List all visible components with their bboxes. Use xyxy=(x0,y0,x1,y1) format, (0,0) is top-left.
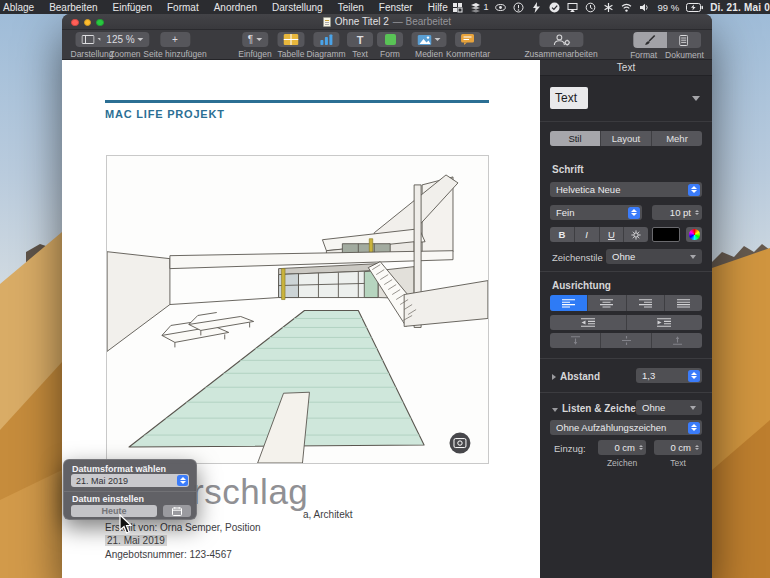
stepper-icon[interactable] xyxy=(688,370,700,382)
stepper-icon[interactable] xyxy=(628,207,640,219)
align-center-button[interactable] xyxy=(587,295,625,311)
comment-button[interactable] xyxy=(455,32,481,47)
collaborate-button[interactable] xyxy=(539,32,583,47)
menubar-clock[interactable]: Di. 21. Mai 0 xyxy=(710,2,770,13)
align-justify-button[interactable] xyxy=(664,295,702,311)
paragraph-style-row[interactable]: Text xyxy=(540,76,712,122)
insert-button[interactable]: ¶ xyxy=(242,32,268,47)
menu-darstellung[interactable]: Darstellung xyxy=(272,2,323,13)
doc-section-title[interactable]: MAC LIFE PROJEKT xyxy=(105,108,225,120)
color-picker-button[interactable] xyxy=(686,227,702,242)
date-format-select[interactable]: 21. Mai 2019 xyxy=(71,474,189,487)
font-size-stepper[interactable]: 10 pt xyxy=(652,205,702,220)
menu-ablage[interactable]: Ablage xyxy=(3,2,34,13)
calendar-picker-button[interactable] xyxy=(163,505,191,517)
today-button[interactable]: Heute xyxy=(71,505,157,517)
stepper-icon[interactable] xyxy=(695,210,699,216)
doc-date-value[interactable]: 21. Mai 2019 xyxy=(105,535,167,546)
toolbar-label: Text xyxy=(352,49,368,59)
bold-button[interactable]: B xyxy=(550,227,574,242)
doc-date-field[interactable]: 21. Mai 2019 xyxy=(105,535,167,546)
tab-stil[interactable]: Stil xyxy=(550,131,600,146)
font-weight-select[interactable]: Fein xyxy=(550,205,642,220)
indent-icon xyxy=(657,318,671,327)
eye-status-icon[interactable] xyxy=(495,2,506,13)
format-panel-button[interactable] xyxy=(633,32,667,48)
align-right-button[interactable] xyxy=(626,295,664,311)
valign-bottom-button[interactable] xyxy=(651,333,702,348)
tab-layout[interactable]: Layout xyxy=(600,131,651,146)
style-dropdown-caret-icon[interactable] xyxy=(692,96,700,101)
stepper-icon[interactable] xyxy=(688,422,700,434)
document-proxy-icon xyxy=(323,17,331,27)
lists-select[interactable]: Ohne xyxy=(636,400,702,415)
spacing-select[interactable]: 1,3 xyxy=(636,368,702,383)
grid-status-icon[interactable] xyxy=(452,2,463,13)
menu-teilen[interactable]: Teilen xyxy=(338,2,364,13)
volume-status-icon[interactable] xyxy=(639,2,650,13)
valign-top-button[interactable] xyxy=(550,333,600,348)
layers-status-icon[interactable] xyxy=(470,2,481,13)
chart-button[interactable] xyxy=(313,32,339,47)
stepper-icon[interactable] xyxy=(639,445,643,451)
window-titlebar[interactable]: Ohne Titel 2 — Bearbeitet xyxy=(62,14,712,30)
airplay-status-icon[interactable] xyxy=(567,2,578,13)
indent-text-stepper[interactable]: 0 cm xyxy=(654,440,702,455)
fan-status-icon[interactable] xyxy=(603,2,614,13)
doc-heading-fragment[interactable]: rschlag xyxy=(192,472,308,512)
screen: Ablage Bearbeiten Einfügen Format Anordn… xyxy=(0,0,770,578)
outdent-button[interactable] xyxy=(550,315,626,330)
table-button[interactable] xyxy=(278,32,305,47)
bullet-style-select[interactable]: Ohne Aufzählungszeichen xyxy=(550,420,702,435)
underline-button[interactable]: U xyxy=(599,227,624,242)
doc-offer-number[interactable]: Angebotsnummer: 123-4567 xyxy=(105,549,232,560)
disclosure-right-icon[interactable] xyxy=(552,374,556,380)
indent-char-caption: Zeichen xyxy=(607,458,637,468)
menu-hilfe[interactable]: Hilfe xyxy=(428,2,448,13)
menu-fenster[interactable]: Fenster xyxy=(379,2,413,13)
zoom-button[interactable] xyxy=(96,19,104,27)
media-badge-icon[interactable] xyxy=(450,433,471,454)
align-right-icon xyxy=(639,299,652,308)
text-color-well[interactable] xyxy=(652,227,680,242)
media-button[interactable] xyxy=(412,32,447,47)
stepper-icon[interactable] xyxy=(695,445,699,451)
close-button[interactable] xyxy=(71,19,79,27)
shape-button[interactable] xyxy=(377,32,403,47)
doc-byline-fragment[interactable]: a, Architekt xyxy=(303,509,352,520)
info-status-icon[interactable] xyxy=(513,2,524,13)
lists-row-label[interactable]: Listen & Zeichen xyxy=(552,403,642,414)
bolt-status-icon[interactable] xyxy=(531,2,542,13)
add-page-button[interactable]: + xyxy=(160,32,190,47)
spacing-row-label[interactable]: Abstand xyxy=(552,371,600,382)
menu-bearbeiten[interactable]: Bearbeiten xyxy=(49,2,97,13)
menu-anordnen[interactable]: Anordnen xyxy=(214,2,257,13)
paragraph-style-preview[interactable]: Text xyxy=(550,87,588,109)
character-styles-select[interactable]: Ohne xyxy=(606,249,702,264)
document-image[interactable] xyxy=(106,155,489,464)
toolbar-item-collaborate: Zusammenarbeiten xyxy=(524,32,597,59)
stepper-icon[interactable] xyxy=(177,475,188,486)
align-left-button[interactable] xyxy=(550,295,587,311)
italic-button[interactable]: I xyxy=(574,227,599,242)
menu-format[interactable]: Format xyxy=(167,2,199,13)
document-panel-button[interactable] xyxy=(667,32,701,48)
text-box-button[interactable]: T xyxy=(347,32,373,47)
set-date-label: Datum einstellen xyxy=(72,494,144,504)
zoom-level-button[interactable]: 125 % xyxy=(100,32,149,47)
valign-middle-button[interactable] xyxy=(600,333,651,348)
indent-char-stepper[interactable]: 0 cm xyxy=(598,440,646,455)
menu-einfuegen[interactable]: Einfügen xyxy=(113,2,152,13)
battery-icon[interactable] xyxy=(686,3,703,12)
wifi-status-icon[interactable] xyxy=(621,2,632,13)
tab-mehr[interactable]: Mehr xyxy=(651,131,702,146)
disclosure-down-icon[interactable] xyxy=(552,408,558,412)
indent-button[interactable] xyxy=(626,315,703,330)
check-status-icon[interactable] xyxy=(549,2,560,13)
font-family-select[interactable]: Helvetica Neue xyxy=(550,182,702,197)
stepper-icon[interactable] xyxy=(688,184,700,196)
timemachine-status-icon[interactable] xyxy=(585,2,596,13)
minimize-button[interactable] xyxy=(84,19,92,27)
font-weight-value: Fein xyxy=(556,207,574,218)
advanced-options-button[interactable] xyxy=(623,227,648,242)
